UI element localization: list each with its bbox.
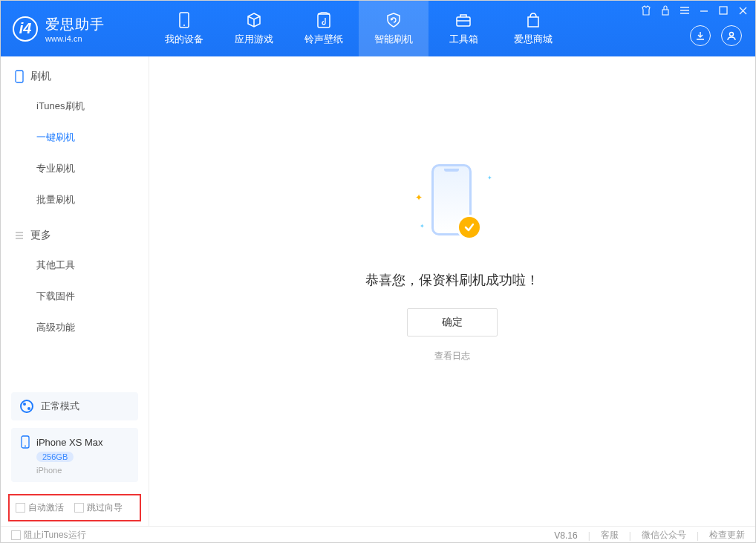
logo-icon: i4 xyxy=(13,16,38,42)
sidebar-item-other-tools[interactable]: 其他工具 xyxy=(36,250,149,281)
highlighted-checkbox-row: 自动激活 跳过向导 xyxy=(8,494,141,521)
sidebar: 刷机 iTunes刷机 一键刷机 专业刷机 批量刷机 更多 其他工具 下载固件 … xyxy=(1,56,149,526)
checkbox-skip-guide[interactable]: 跳过向导 xyxy=(74,501,123,514)
music-icon xyxy=(316,12,332,28)
mode-icon xyxy=(20,400,33,413)
lock-icon[interactable] xyxy=(660,5,671,16)
nav-label: 铃声壁纸 xyxy=(304,33,343,46)
svg-rect-5 xyxy=(720,7,727,14)
sparkle-icon: ✦ xyxy=(415,192,423,203)
checkbox-label: 自动激活 xyxy=(28,501,64,514)
nav-apps-games[interactable]: 应用游戏 xyxy=(219,1,289,56)
section-title-label: 刷机 xyxy=(30,70,51,83)
sidebar-item-advanced[interactable]: 高级功能 xyxy=(36,312,149,343)
logo-area: i4 爱思助手 www.i4.cn xyxy=(1,15,149,43)
svg-point-6 xyxy=(730,33,734,36)
main-content: ✦ ✦ ✦ 恭喜您，保资料刷机成功啦！ 确定 查看日志 xyxy=(149,56,755,526)
download-icon[interactable] xyxy=(690,25,711,46)
flash-items: iTunes刷机 一键刷机 专业刷机 批量刷机 xyxy=(1,91,149,215)
nav-ringtone-wallpaper[interactable]: 铃声壁纸 xyxy=(289,1,359,56)
version-label: V8.16 xyxy=(554,530,577,541)
header-right-actions xyxy=(690,25,742,46)
sidebar-item-batch-flash[interactable]: 批量刷机 xyxy=(36,184,149,215)
mode-box[interactable]: 正常模式 xyxy=(11,392,138,420)
phone-icon xyxy=(14,70,25,83)
checkbox-block-itunes[interactable]: 阻止iTunes运行 xyxy=(11,529,86,542)
device-name-label: iPhone XS Max xyxy=(36,437,103,448)
nav-toolbox[interactable]: 工具箱 xyxy=(428,1,498,56)
sidebar-item-itunes-flash[interactable]: iTunes刷机 xyxy=(36,91,149,122)
more-items: 其他工具 下载固件 高级功能 xyxy=(1,250,149,343)
nav-label: 爱思商城 xyxy=(514,33,553,46)
nav-label: 智能刷机 xyxy=(374,33,413,46)
status-bar: 阻止iTunes运行 V8.16 | 客服 | 微信公众号 | 检查更新 xyxy=(1,526,755,543)
checkbox-icon xyxy=(16,503,25,513)
wechat-link[interactable]: 微信公众号 xyxy=(642,529,686,542)
support-link[interactable]: 客服 xyxy=(601,529,619,542)
cube-icon xyxy=(246,12,262,28)
footer-left: 阻止iTunes运行 xyxy=(11,529,86,542)
checkbox-icon xyxy=(11,530,21,540)
success-message: 恭喜您，保资料刷机成功啦！ xyxy=(365,271,539,289)
device-storage-badge: 256GB xyxy=(36,452,74,462)
list-icon xyxy=(14,230,25,241)
device-phone-icon xyxy=(20,435,30,449)
sidebar-section-flash: 刷机 xyxy=(1,56,149,91)
window-controls xyxy=(641,5,748,16)
sidebar-item-oneclick-flash[interactable]: 一键刷机 xyxy=(36,122,149,153)
device-icon xyxy=(176,12,192,28)
checkbox-auto-activate[interactable]: 自动激活 xyxy=(16,501,64,514)
svg-rect-7 xyxy=(16,71,23,82)
checkmark-badge-icon xyxy=(457,215,482,240)
sparkle-icon: ✦ xyxy=(487,175,492,181)
toolbox-icon xyxy=(455,12,472,28)
separator: | xyxy=(697,530,699,541)
svg-point-9 xyxy=(25,446,26,447)
checkbox-label: 阻止iTunes运行 xyxy=(24,529,86,542)
mode-label: 正常模式 xyxy=(41,400,79,413)
separator: | xyxy=(629,530,631,541)
user-icon[interactable] xyxy=(721,25,742,46)
view-log-link[interactable]: 查看日志 xyxy=(434,350,470,362)
nav-my-device[interactable]: 我的设备 xyxy=(149,1,219,56)
app-name-cn: 爱思助手 xyxy=(45,15,105,34)
nav-label: 工具箱 xyxy=(449,33,478,46)
app-header: i4 爱思助手 www.i4.cn 我的设备 应用游戏 铃声壁纸 智能刷机 工具… xyxy=(1,1,755,56)
app-name-en: www.i4.cn xyxy=(45,34,105,43)
main-nav: 我的设备 应用游戏 铃声壁纸 智能刷机 工具箱 爱思商城 xyxy=(149,1,568,56)
checkbox-label: 跳过向导 xyxy=(87,501,123,514)
checkbox-icon xyxy=(74,503,84,513)
footer-right: V8.16 | 客服 | 微信公众号 | 检查更新 xyxy=(554,529,745,542)
close-icon[interactable] xyxy=(737,5,748,16)
logo-text: 爱思助手 www.i4.cn xyxy=(45,15,105,43)
body-area: 刷机 iTunes刷机 一键刷机 专业刷机 批量刷机 更多 其他工具 下载固件 … xyxy=(1,56,755,526)
device-box[interactable]: iPhone XS Max 256GB iPhone xyxy=(11,428,138,482)
svg-rect-3 xyxy=(457,17,470,26)
minimize-icon[interactable] xyxy=(699,5,709,16)
separator: | xyxy=(588,530,590,541)
bag-icon xyxy=(525,12,541,28)
section-title-label: 更多 xyxy=(30,229,51,242)
svg-rect-4 xyxy=(662,10,668,15)
nav-label: 应用游戏 xyxy=(235,33,273,46)
device-type-label: iPhone xyxy=(36,466,129,475)
svg-point-1 xyxy=(183,25,185,26)
nav-store[interactable]: 爱思商城 xyxy=(498,1,568,56)
menu-icon[interactable] xyxy=(680,5,690,16)
maximize-icon[interactable] xyxy=(718,5,729,16)
shield-refresh-icon xyxy=(385,12,402,28)
success-illustration: ✦ ✦ ✦ xyxy=(400,161,504,250)
sparkle-icon: ✦ xyxy=(420,223,425,230)
sidebar-section-more: 更多 xyxy=(1,215,149,250)
shirt-icon[interactable] xyxy=(641,5,651,16)
svg-rect-2 xyxy=(318,14,330,27)
sidebar-item-pro-flash[interactable]: 专业刷机 xyxy=(36,153,149,184)
nav-label: 我的设备 xyxy=(165,33,203,46)
update-link[interactable]: 检查更新 xyxy=(709,529,745,542)
sidebar-item-download-firmware[interactable]: 下载固件 xyxy=(36,281,149,312)
device-name-row: iPhone XS Max xyxy=(20,435,129,449)
nav-smart-flash[interactable]: 智能刷机 xyxy=(359,1,428,56)
ok-button[interactable]: 确定 xyxy=(407,308,498,336)
